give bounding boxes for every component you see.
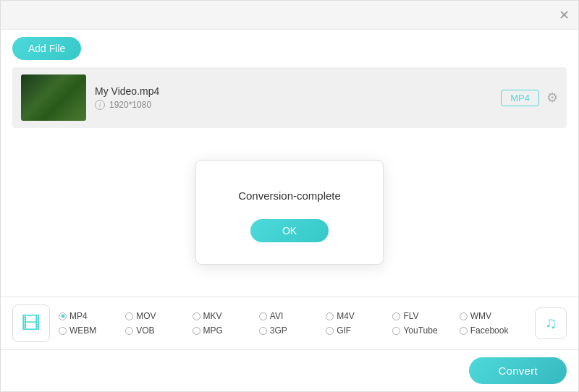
format-option-mkv[interactable]: MKV [193,311,259,321]
format-option-avi[interactable]: AVI [259,311,326,321]
format-option-wmv[interactable]: WMV [460,311,526,321]
file-thumbnail [21,74,86,121]
modal-ok-button[interactable]: OK [250,219,329,242]
file-meta: i 1920*1080 [95,100,492,110]
info-icon: i [95,100,105,110]
file-actions: MP4 ⚙ [501,90,558,106]
format-radio-flv[interactable] [392,312,400,320]
format-radio-wmv[interactable] [460,312,468,320]
format-radio-gif[interactable] [326,327,334,335]
format-radio-m4v[interactable] [326,312,334,320]
file-resolution: 1920*1080 [109,100,151,110]
modal-dialog: Conversion-complete OK [195,160,384,265]
file-info: My Video.mp4 i 1920*1080 [95,85,492,110]
format-grid: MP4MOVMKVAVIM4VFLVWMVWEBMVOBMPG3GPGIFYou… [59,311,526,336]
audio-format-icon-box[interactable]: ♫ [535,307,567,339]
convert-area: Convert [1,349,578,391]
format-radio-vob[interactable] [125,327,133,335]
thumbnail-image [21,74,86,121]
format-bar: 🎞 MP4MOVMKVAVIM4VFLVWMVWEBMVOBMPG3GPGIFY… [1,297,578,349]
format-option-3gp[interactable]: 3GP [259,325,326,336]
format-label-gif: GIF [337,325,351,336]
format-option-flv[interactable]: FLV [392,311,459,321]
toolbar: Add File [1,30,578,67]
format-option-mov[interactable]: MOV [125,311,192,321]
format-radio-avi[interactable] [259,312,267,320]
format-radio-webm[interactable] [59,327,67,335]
format-label-m4v: M4V [337,311,355,321]
add-file-button[interactable]: Add File [12,37,81,60]
format-radio-youtube[interactable] [392,327,400,335]
format-label-mp4: MP4 [69,311,88,321]
file-list: My Video.mp4 i 1920*1080 MP4 ⚙ [1,67,578,128]
format-option-gif[interactable]: GIF [326,325,392,336]
format-radio-3gp[interactable] [259,327,267,335]
title-bar: ✕ [1,1,578,30]
format-label-3gp: 3GP [270,325,287,336]
format-label-mov: MOV [136,311,156,321]
video-format-icon-box[interactable]: 🎞 [12,304,50,342]
music-icon: ♫ [545,314,557,333]
format-radio-facebook[interactable] [460,327,468,335]
format-radio-mkv[interactable] [193,312,200,320]
close-icon: ✕ [559,8,570,22]
format-radio-mp4[interactable] [59,312,67,320]
format-label-mkv: MKV [203,311,222,321]
convert-button[interactable]: Convert [469,357,567,384]
file-name: My Video.mp4 [95,85,492,97]
format-option-m4v[interactable]: M4V [326,311,392,321]
format-label-wmv: WMV [470,311,491,321]
main-content: Conversion-complete OK [1,128,578,297]
format-label-youtube: YouTube [403,325,437,336]
format-label-mpg: MPG [203,325,223,336]
file-item: My Video.mp4 i 1920*1080 MP4 ⚙ [12,67,567,128]
format-option-facebook[interactable]: Facebook [460,325,526,336]
format-label-flv: FLV [403,311,418,321]
modal-message: Conversion-complete [238,189,341,202]
format-option-webm[interactable]: WEBM [59,325,125,336]
close-button[interactable]: ✕ [558,9,570,21]
format-label-facebook: Facebook [470,325,509,336]
format-radio-mov[interactable] [125,312,133,320]
format-option-youtube[interactable]: YouTube [392,325,459,336]
format-option-mp4[interactable]: MP4 [59,311,125,321]
format-radio-mpg[interactable] [193,327,200,335]
main-window: ✕ Add File My Video.mp4 i 1920*1080 MP4 … [0,0,579,392]
modal-overlay: Conversion-complete OK [1,128,578,297]
format-option-vob[interactable]: VOB [125,325,192,336]
format-label-webm: WEBM [69,325,96,336]
format-label-avi: AVI [270,311,283,321]
settings-icon[interactable]: ⚙ [546,90,558,106]
film-icon: 🎞 [22,312,41,335]
format-badge[interactable]: MP4 [501,90,539,106]
format-option-mpg[interactable]: MPG [193,325,259,336]
format-label-vob: VOB [136,325,154,336]
